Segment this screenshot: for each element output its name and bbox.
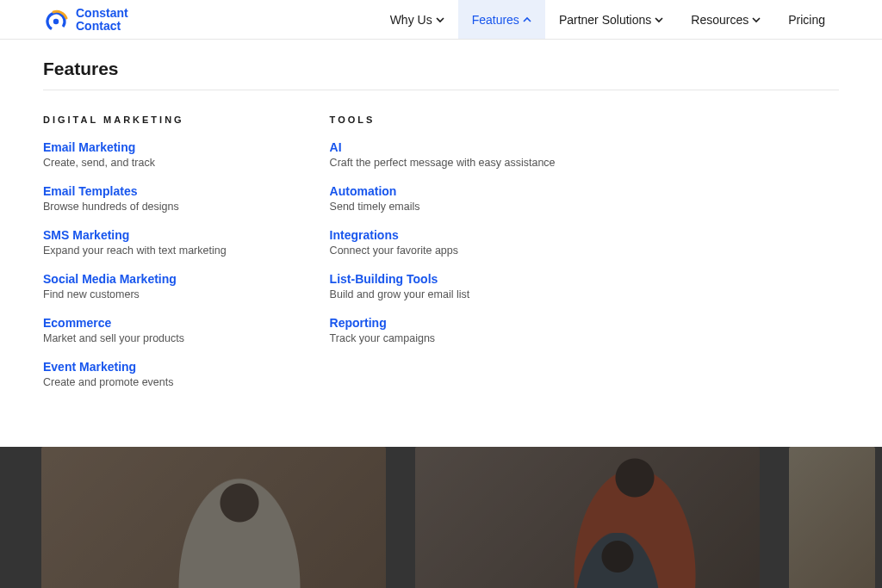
nav-item-pricing[interactable]: Pricing xyxy=(774,0,839,39)
menu-link-automation[interactable]: AutomationSend timely emails xyxy=(330,184,556,213)
menu-link-email-templates[interactable]: Email TemplatesBrowse hundreds of design… xyxy=(43,184,227,213)
menu-link-desc: Build and grow your email list xyxy=(330,288,556,300)
features-mega-menu: Features DIGITAL MARKETINGEmail Marketin… xyxy=(0,40,882,447)
nav-item-resources[interactable]: Resources xyxy=(677,0,774,39)
brand-name: Constant Contact xyxy=(76,7,128,32)
menu-link-desc: Track your campaigns xyxy=(330,332,556,344)
menu-link-desc: Connect your favorite apps xyxy=(330,244,556,257)
column-heading: TOOLS xyxy=(330,115,556,125)
chevron-down-icon xyxy=(752,15,761,24)
brand-logo[interactable]: Constant Contact xyxy=(43,7,128,33)
menu-link-title: Integrations xyxy=(330,228,556,242)
dim-overlay xyxy=(0,447,882,588)
menu-link-title: AI xyxy=(330,140,556,154)
hero-carousel-strip xyxy=(0,447,882,588)
menu-link-title: Email Marketing xyxy=(43,140,227,154)
menu-link-integrations[interactable]: IntegrationsConnect your favorite apps xyxy=(330,228,556,257)
menu-link-desc: Create, send, and track xyxy=(43,157,227,169)
chevron-down-icon xyxy=(655,15,663,24)
menu-link-title: List-Building Tools xyxy=(330,272,556,286)
menu-link-event-marketing[interactable]: Event MarketingCreate and promote events xyxy=(43,360,227,388)
nav-label: Features xyxy=(472,13,519,27)
nav-item-why-us[interactable]: Why Us xyxy=(376,0,458,39)
panel-title: Features xyxy=(43,59,839,79)
menu-link-email-marketing[interactable]: Email MarketingCreate, send, and track xyxy=(43,140,227,169)
nav-item-features[interactable]: Features xyxy=(458,0,545,39)
nav-item-partner-solutions[interactable]: Partner Solutions xyxy=(545,0,677,39)
menu-link-ecommerce[interactable]: EcommerceMarket and sell your products xyxy=(43,316,227,344)
menu-column: DIGITAL MARKETINGEmail MarketingCreate, … xyxy=(43,115,227,404)
divider xyxy=(43,90,839,90)
logo-mark-icon xyxy=(43,7,69,33)
menu-link-desc: Craft the perfect message with easy assi… xyxy=(330,157,556,169)
nav-label: Partner Solutions xyxy=(559,13,651,27)
menu-link-sms-marketing[interactable]: SMS MarketingExpand your reach with text… xyxy=(43,228,227,257)
nav-label: Pricing xyxy=(788,13,825,27)
column-heading: DIGITAL MARKETING xyxy=(43,115,227,125)
menu-link-desc: Find new customers xyxy=(43,288,227,300)
menu-link-title: Event Marketing xyxy=(43,360,227,374)
chevron-down-icon xyxy=(436,15,444,24)
menu-link-title: SMS Marketing xyxy=(43,228,227,242)
menu-link-desc: Send timely emails xyxy=(330,201,556,213)
nav-label: Resources xyxy=(691,13,748,27)
menu-link-desc: Expand your reach with text marketing xyxy=(43,244,227,257)
menu-link-desc: Browse hundreds of designs xyxy=(43,201,227,213)
svg-point-1 xyxy=(53,18,59,23)
menu-link-reporting[interactable]: ReportingTrack your campaigns xyxy=(330,316,556,344)
site-header: Constant Contact Why UsFeaturesPartner S… xyxy=(0,0,882,40)
menu-link-social-media-marketing[interactable]: Social Media MarketingFind new customers xyxy=(43,272,227,300)
menu-link-ai[interactable]: AICraft the perfect message with easy as… xyxy=(330,140,556,169)
menu-link-list-building-tools[interactable]: List-Building ToolsBuild and grow your e… xyxy=(330,272,556,300)
top-nav: Why UsFeaturesPartner SolutionsResources… xyxy=(376,0,839,39)
menu-link-title: Social Media Marketing xyxy=(43,272,227,286)
menu-link-desc: Create and promote events xyxy=(43,376,227,388)
chevron-up-icon xyxy=(523,15,531,24)
menu-link-title: Reporting xyxy=(330,316,556,330)
menu-link-desc: Market and sell your products xyxy=(43,332,227,344)
menu-columns: DIGITAL MARKETINGEmail MarketingCreate, … xyxy=(43,115,839,404)
menu-link-title: Automation xyxy=(330,184,556,198)
nav-label: Why Us xyxy=(390,13,432,27)
menu-link-title: Email Templates xyxy=(43,184,227,198)
menu-column: TOOLSAICraft the perfect message with ea… xyxy=(330,115,556,404)
menu-link-title: Ecommerce xyxy=(43,316,227,330)
